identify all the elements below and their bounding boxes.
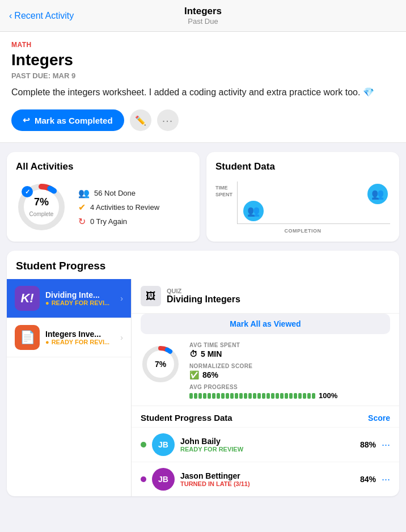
student-name-jason: Jason Bettinger	[180, 471, 354, 480]
kahoot-icon: K!	[15, 286, 40, 311]
quiz-label: QUIZ	[167, 288, 390, 294]
activity-info-2: Integers Inve... ● READY FOR REVI...	[45, 330, 115, 345]
activity-status-2: ● READY FOR REVI...	[45, 339, 115, 345]
student-data-card: Student Data TIME SPENT 👥 👥 COMPLETIO	[206, 152, 399, 242]
clock-icon: ⏱	[189, 349, 197, 358]
avg-progress-row: AVG PROGRESS 100%	[189, 384, 390, 400]
progress-segment	[298, 393, 302, 399]
stat-try-again: ↻ 0 Try Again	[78, 216, 159, 227]
avg-time-label: AVG TIME SPENT	[189, 342, 390, 348]
x-axis-label: COMPLETION	[215, 228, 390, 234]
stat-try-again-text: 0 Try Again	[90, 217, 127, 226]
checkmark-icon: ✔	[78, 202, 86, 213]
back-button[interactable]: ‹ Recent Activity	[9, 11, 74, 21]
stats-area: 7% AVG TIME SPENT ⏱ 5 MIN NORMALIZED SCO…	[132, 340, 399, 400]
student-more-john[interactable]: ···	[382, 439, 390, 451]
header-subtitle: Past Due	[184, 17, 222, 26]
quiz-icon: 🖼	[141, 286, 161, 306]
student-info-john: John Baily READY FOR REVIEW	[180, 437, 354, 453]
normalized-score-label: NORMALIZED SCORE	[189, 363, 390, 369]
actions-row: ↩ Mark as Completed ✏️ ···	[11, 109, 395, 131]
progress-segment	[226, 393, 229, 399]
student-score-john: 88%	[360, 440, 376, 449]
student-dot-jason	[141, 476, 146, 482]
progress-segment	[208, 393, 211, 399]
progress-segment	[189, 393, 193, 399]
donut-percent: 7%	[29, 196, 54, 208]
progress-segment	[194, 393, 197, 399]
progress-segment	[244, 393, 247, 399]
return-icon: ↩	[23, 115, 30, 125]
student-dot-john	[141, 442, 146, 447]
progress-segment	[312, 393, 315, 399]
progress-segment	[267, 393, 270, 399]
progress-segment	[280, 393, 284, 399]
more-button[interactable]: ···	[157, 109, 179, 131]
progress-segment	[221, 393, 225, 399]
activities-stats: 👥 56 Not Done ✔ 4 Activities to Review ↻…	[78, 188, 159, 227]
more-icon: ···	[162, 114, 174, 127]
header-title: Integers	[184, 6, 222, 17]
student-row-jason: JB Jason Bettinger TURNED IN LATE (3/11)…	[132, 462, 399, 496]
progress-segment	[262, 393, 265, 399]
edit-button[interactable]: ✏️	[130, 109, 151, 131]
mark-all-viewed-label: Mark All as Viewed	[230, 319, 301, 328]
normalized-score-value: ✅ 86%	[189, 370, 390, 379]
progress-segment	[239, 393, 243, 399]
mini-donut-chart: 7%	[141, 344, 180, 384]
group-icon-2: 👥	[371, 188, 384, 200]
student-more-jason[interactable]: ···	[382, 474, 390, 485]
spd-title: Student Progress Data	[141, 413, 232, 423]
back-label: Recent Activity	[14, 11, 74, 21]
spd-score-label: Score	[368, 413, 390, 423]
stats-list: AVG TIME SPENT ⏱ 5 MIN NORMALIZED SCORE …	[189, 340, 390, 400]
mark-all-viewed-button[interactable]: Mark All as Viewed	[141, 314, 390, 334]
student-progress-title: Student Progress	[7, 251, 399, 279]
mark-completed-button[interactable]: ↩ Mark as Completed	[11, 109, 124, 131]
progress-bar-row: 100%	[189, 391, 390, 400]
right-panel: 🖼 QUIZ Dividing Integers Mark All as Vie…	[132, 279, 399, 496]
subject-label: MATH	[11, 41, 395, 49]
progress-segment	[289, 393, 293, 399]
quiz-info: QUIZ Dividing Integers	[167, 288, 390, 305]
activities-content: ✓ 7% Complete 👥 56 Not Done ✔ 4 Activiti…	[16, 181, 191, 233]
spd-header: Student Progress Data Score	[132, 406, 399, 427]
quiz-title: Dividing Integers	[167, 294, 390, 305]
right-header: 🖼 QUIZ Dividing Integers	[132, 279, 399, 314]
group-icon: 👥	[78, 188, 90, 199]
activity-item-pages[interactable]: 📄 Integers Inve... ● READY FOR REVI... ›	[7, 318, 131, 357]
pencil-icon: ✏️	[135, 115, 146, 126]
progress-segment	[253, 393, 256, 399]
progress-segment	[203, 393, 206, 399]
donut-label: Complete	[29, 211, 54, 217]
student-row-john: JB John Baily READY FOR REVIEW 88% ···	[132, 427, 399, 462]
stat-not-done-text: 56 Not Done	[94, 189, 136, 197]
cards-row: All Activities ✓ 7% Complete 👥	[0, 143, 406, 251]
student-score-jason: 84%	[360, 475, 376, 484]
progress-bar	[189, 393, 315, 399]
assignment-title: Integers	[11, 51, 395, 69]
donut-text: 7% Complete	[29, 196, 54, 218]
activity-item-kahoot[interactable]: K! Dividing Inte... ● READY FOR REVI... …	[7, 279, 131, 318]
chevron-right-icon-2: ›	[120, 333, 123, 342]
student-status-jason: TURNED IN LATE (3/11)	[180, 480, 354, 487]
progress-segment	[285, 393, 288, 399]
activity-name-2: Integers Inve...	[45, 330, 115, 339]
student-data-content: TIME SPENT 👥 👥 COMPLETION	[215, 181, 390, 233]
header-center: Integers Past Due	[184, 6, 222, 26]
progress-segment	[271, 393, 274, 399]
avg-progress-label: AVG PROGRESS	[189, 384, 390, 390]
avg-progress-value: 100%	[319, 391, 337, 400]
check-circle-icon: ✅	[189, 370, 199, 379]
refresh-icon: ↻	[78, 216, 86, 227]
mini-donut-text: 7%	[155, 360, 166, 369]
progress-segment	[235, 393, 238, 399]
progress-segment	[303, 393, 306, 399]
all-activities-title: All Activities	[16, 161, 191, 172]
activity-status-1: ● READY FOR REVI...	[45, 299, 115, 306]
group-icon-1: 👥	[247, 205, 260, 217]
status-dot-1: ●	[45, 299, 49, 306]
chevron-right-icon-1: ›	[120, 294, 123, 303]
student-data-title: Student Data	[215, 161, 390, 172]
top-section: MATH Integers PAST DUE: MAR 9 Complete t…	[0, 32, 406, 143]
